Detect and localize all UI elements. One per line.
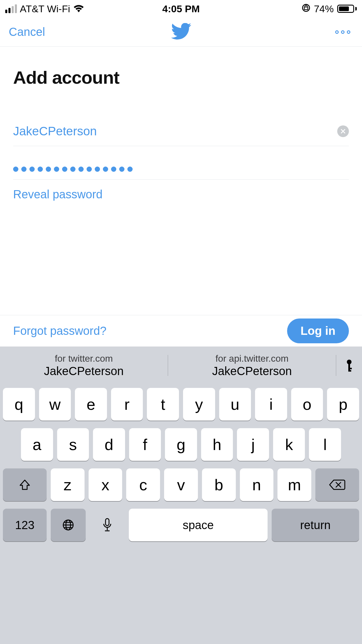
status-left: AT&T Wi-Fi [5,3,84,15]
key-w[interactable]: w [39,388,71,421]
dictation-key[interactable] [90,509,125,541]
key-l[interactable]: l [309,428,341,461]
reveal-password-button[interactable]: Reveal password [13,180,349,209]
suggestion-username: JakeCPeterson [44,365,124,378]
password-suggestion-2[interactable]: for api.twitter.com JakeCPeterson [168,353,336,378]
password-dots [13,167,133,172]
key-m[interactable]: m [277,468,311,501]
carrier-label: AT&T Wi-Fi [20,3,70,15]
status-bar: AT&T Wi-Fi 4:05 PM 74% [0,0,362,18]
battery-icon [337,5,357,13]
key-i[interactable]: i [255,388,287,421]
twitter-logo-icon [171,23,191,41]
cancel-button[interactable]: Cancel [9,25,45,38]
key-x[interactable]: x [89,468,122,501]
more-options-button[interactable] [335,30,353,34]
key-p[interactable]: p [327,388,359,421]
suggestion-domain: for twitter.com [55,353,113,364]
nav-bar: Cancel [0,18,362,47]
keyboard: for twitter.com JakeCPeterson for api.tw… [0,346,362,644]
username-value: JakeCPeterson [13,124,97,138]
battery-percent: 74% [314,3,334,15]
battery-fill [339,6,349,11]
key-r[interactable]: r [111,388,143,421]
key-o[interactable]: o [291,388,323,421]
key-k[interactable]: k [273,428,305,461]
password-field[interactable] [13,158,349,180]
svg-rect-3 [348,368,352,369]
key-h[interactable]: h [201,428,233,461]
shift-key[interactable] [3,468,47,501]
key-f[interactable]: f [129,428,161,461]
key-s[interactable]: s [57,428,89,461]
svg-rect-10 [106,519,109,526]
login-button[interactable]: Log in [287,318,349,343]
passwords-key-icon[interactable] [336,355,362,376]
key-e[interactable]: e [75,388,107,421]
space-key[interactable]: space [129,509,268,541]
bottom-action-bar: Forgot password? Log in [0,315,362,346]
numeric-key[interactable]: 123 [3,509,47,541]
key-n[interactable]: n [240,468,274,501]
suggestion-domain: for api.twitter.com [215,353,289,364]
key-a[interactable]: a [21,428,53,461]
page-title: Add account [13,67,349,88]
username-field[interactable]: JakeCPeterson [13,116,349,146]
suggestion-username: JakeCPeterson [212,365,292,378]
key-c[interactable]: c [126,468,160,501]
keyboard-keys: qwertyuiop asdfghjkl zxcvbnm 123 space r… [0,384,362,644]
key-z[interactable]: z [51,468,85,501]
content-area: Add account JakeCPeterson Reveal passwor… [0,47,362,209]
wifi-icon [73,5,84,13]
key-b[interactable]: b [202,468,236,501]
password-suggestion-1[interactable]: for twitter.com JakeCPeterson [0,353,168,378]
key-y[interactable]: y [183,388,215,421]
key-q[interactable]: q [3,388,35,421]
status-right: 74% [302,3,357,15]
return-key[interactable]: return [272,509,359,541]
delete-key[interactable] [315,468,359,501]
status-time: 4:05 PM [162,3,200,15]
globe-key[interactable] [51,509,86,541]
key-g[interactable]: g [165,428,197,461]
key-d[interactable]: d [93,428,125,461]
key-v[interactable]: v [164,468,198,501]
key-t[interactable]: t [147,388,179,421]
clear-username-button[interactable] [337,125,349,137]
orientation-lock-icon [302,3,310,15]
forgot-password-link[interactable]: Forgot password? [13,324,106,337]
svg-rect-4 [348,370,351,372]
keyboard-suggestion-bar: for twitter.com JakeCPeterson for api.tw… [0,346,362,384]
key-j[interactable]: j [237,428,269,461]
key-u[interactable]: u [219,388,251,421]
cell-signal-icon [5,4,17,13]
